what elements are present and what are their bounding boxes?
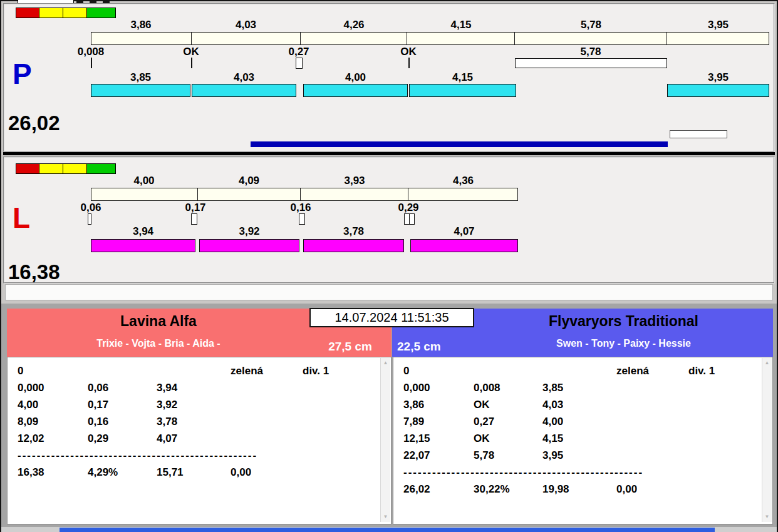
result-cell xyxy=(303,413,391,430)
p-dog-time-bar xyxy=(303,84,408,97)
p-lane-letter: P xyxy=(13,59,32,88)
result-row: 22,075,783,95 xyxy=(393,447,772,464)
p-split-top-label: 4,03 xyxy=(191,19,301,31)
l-split-top-label: 3,93 xyxy=(301,175,408,187)
l-lane-letter: L xyxy=(13,203,30,232)
result-cell xyxy=(231,396,303,413)
result-cell xyxy=(231,413,303,430)
l-dog-time-bar xyxy=(91,239,195,252)
result-cell: 0,00 xyxy=(616,481,688,498)
bar-segment xyxy=(192,33,301,44)
p-dog-time-bar xyxy=(667,84,769,97)
result-cell: 0,06 xyxy=(88,379,157,396)
team-right-name: Flyvaryors Traditional xyxy=(474,313,773,330)
result-cell: OK xyxy=(474,430,542,447)
bar-segment xyxy=(666,33,769,44)
result-cell: 16,38 xyxy=(18,464,88,481)
result-row: 12,15OK4,15 xyxy=(393,430,772,447)
bar-segment xyxy=(301,33,407,44)
result-row: 0,0000,063,94 xyxy=(8,379,391,396)
result-cell: 4,15 xyxy=(542,430,616,447)
separator-row: ----------------------------------------… xyxy=(393,464,772,481)
team-left-members: Trixie - Vojta - Bria - Aida - xyxy=(7,338,310,349)
result-cell: 30,22% xyxy=(474,481,542,498)
p-status-light-yellow xyxy=(39,8,63,18)
status-strip xyxy=(5,284,773,300)
p-current-run-field xyxy=(515,58,667,68)
lane-divider xyxy=(3,152,775,155)
l-status-light-green xyxy=(86,163,116,174)
l-exchange-label: 0,17 xyxy=(174,202,217,214)
result-cell: 7,89 xyxy=(403,413,474,430)
p-exchange-tick xyxy=(91,58,92,68)
bar-segment xyxy=(91,188,198,200)
team-left-name: Lavina Alfa xyxy=(7,313,310,330)
result-cell xyxy=(303,379,391,396)
result-cell: 3,92 xyxy=(157,396,231,413)
result-cell xyxy=(542,362,616,379)
l-exchange-label: 0,29 xyxy=(386,202,430,214)
result-cell: div. 1 xyxy=(688,362,772,379)
scroll-up-icon[interactable]: ▲ xyxy=(381,358,390,368)
p-split-bottom-label: 4,03 xyxy=(192,71,296,84)
bar-segment xyxy=(515,33,667,44)
p-exchange-tick xyxy=(408,58,410,68)
result-cell: 26,02 xyxy=(403,481,474,498)
p-split-top-label: 4,15 xyxy=(407,19,515,31)
result-row: 7,890,274,00 xyxy=(393,413,772,430)
result-cell: 0,008 xyxy=(474,379,542,396)
p-status-light-red xyxy=(16,8,39,18)
p-progress-bar xyxy=(251,141,668,147)
l-dog-time-bar xyxy=(410,239,518,252)
taskbar-fragment-blue xyxy=(60,528,715,532)
p-splits-top-bar xyxy=(91,32,769,45)
l-status-light-red xyxy=(16,163,39,174)
l-total-time: 16,38 xyxy=(8,262,60,282)
result-cell: OK xyxy=(474,396,542,413)
result-cell: 4,00 xyxy=(18,396,88,413)
result-cell: 0,27 xyxy=(474,413,542,430)
scrollbar[interactable]: ▲ ▼ xyxy=(762,358,772,522)
team-left-jump-height: 27,5 cm xyxy=(316,339,384,354)
result-cell xyxy=(688,413,772,430)
p-status-light-yellow xyxy=(63,8,87,18)
result-cell: 5,78 xyxy=(474,447,542,464)
bar-segment xyxy=(91,33,192,44)
result-cell: 3,95 xyxy=(542,447,616,464)
result-cell: 15,71 xyxy=(157,464,231,481)
result-cell xyxy=(474,362,542,379)
result-cell: 4,29% xyxy=(88,464,157,481)
race-datetime: 14.07.2024 11:51:35 xyxy=(309,308,474,327)
l-split-top-label: 4,36 xyxy=(408,175,518,187)
p-split-top-label: 3,86 xyxy=(91,19,191,31)
result-row: 0zelenádiv. 1 xyxy=(393,362,772,379)
scroll-down-icon[interactable]: ▼ xyxy=(762,512,772,522)
result-cell: 0,17 xyxy=(88,396,157,413)
result-cell: 12,02 xyxy=(18,430,88,447)
l-split-bottom-label: 3,78 xyxy=(303,225,404,238)
result-cell xyxy=(616,396,688,413)
l-status-light-yellow xyxy=(63,163,87,174)
scroll-up-icon[interactable]: ▲ xyxy=(762,358,772,368)
result-cell: 0 xyxy=(18,362,88,379)
l-exchange-marker-box xyxy=(409,213,415,225)
result-cell: 0,16 xyxy=(88,413,157,430)
result-cell: zelená xyxy=(616,362,688,379)
p-dog-time-bar xyxy=(409,84,516,97)
l-split-top-label: 4,09 xyxy=(197,175,301,187)
scroll-down-icon[interactable]: ▼ xyxy=(381,512,390,522)
result-cell xyxy=(157,362,231,379)
result-cell xyxy=(688,379,772,396)
l-split-bottom-label: 3,94 xyxy=(91,225,195,238)
result-cell: zelená xyxy=(231,362,303,379)
result-cell: 4,00 xyxy=(542,413,616,430)
result-cell xyxy=(688,447,772,464)
result-cell: 0,29 xyxy=(88,430,157,447)
p-dog-time-bar xyxy=(91,84,190,97)
l-split-bottom-label: 4,07 xyxy=(410,225,518,238)
result-row: 12,020,294,07 xyxy=(8,430,391,447)
bar-segment xyxy=(408,188,517,200)
l-status-light-yellow xyxy=(39,163,63,174)
scrollbar[interactable]: ▲ ▼ xyxy=(380,358,390,522)
total-row: 26,0230,22%19,980,00 xyxy=(393,481,772,498)
